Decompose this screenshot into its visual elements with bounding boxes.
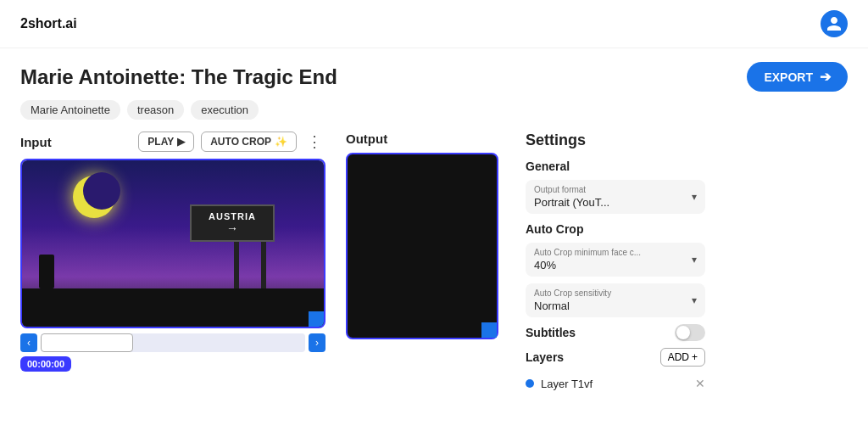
- subtitles-row: Subtitles: [526, 324, 705, 341]
- blue-corner-box: [309, 311, 324, 327]
- sign-arrow-icon: →: [226, 221, 238, 235]
- sensitivity-select[interactable]: Auto Crop sensitivity Normal ▾: [526, 283, 705, 317]
- min-face-chevron-icon: ▾: [692, 254, 697, 266]
- sensitivity-chevron-icon: ▾: [692, 294, 697, 306]
- tag-marie-antoinette: Marie Antoinette: [20, 100, 120, 120]
- video-background: AUSTRIA →: [22, 160, 324, 327]
- input-section-label: Input: [20, 135, 52, 149]
- output-format-label: Output format: [534, 185, 697, 194]
- scrubber-right-button[interactable]: ›: [309, 333, 326, 352]
- sensitivity-value: Normal: [534, 299, 697, 312]
- ground-decoration: [22, 288, 324, 327]
- layer-item: Layer T1vf ✕: [526, 373, 705, 394]
- layer-dot-icon: [526, 379, 534, 388]
- sign-pole-right: [261, 238, 266, 288]
- scrubber-track[interactable]: [41, 333, 305, 352]
- input-panel: Input PLAY ▶ AUTO CROP ✨ ⋮: [20, 132, 326, 431]
- main-content: Marie Antoinette: The Tragic End EXPORT …: [0, 48, 868, 431]
- plus-icon: +: [692, 351, 698, 363]
- play-icon: ▶: [177, 136, 185, 148]
- tag-execution: execution: [191, 100, 259, 120]
- output-panel: Output: [346, 132, 498, 431]
- user-avatar-button[interactable]: [821, 10, 848, 37]
- input-video: AUSTRIA →: [20, 159, 326, 328]
- panels-row: Input PLAY ▶ AUTO CROP ✨ ⋮: [20, 132, 848, 431]
- app-bar: 2short.ai: [0, 0, 868, 48]
- settings-panel: Settings General Output format Portrait …: [519, 132, 705, 431]
- add-layer-button[interactable]: ADD +: [660, 348, 705, 367]
- sign-board: AUSTRIA →: [190, 204, 275, 242]
- export-arrow-icon: ➔: [820, 69, 831, 85]
- sensitivity-label: Auto Crop sensitivity: [534, 288, 697, 298]
- page-title: Marie Antoinette: The Tragic End: [20, 65, 337, 89]
- layers-section-title: Layers: [526, 350, 564, 364]
- title-row: Marie Antoinette: The Tragic End EXPORT …: [20, 62, 848, 92]
- play-button[interactable]: PLAY ▶: [138, 132, 194, 152]
- layer-delete-button[interactable]: ✕: [695, 377, 705, 390]
- output-format-select[interactable]: Output format Portrait (YouT... ▾: [526, 180, 705, 214]
- tags-row: Marie Antoinette treason execution: [20, 100, 848, 120]
- subtitles-section-title: Subtitles: [526, 326, 576, 339]
- tag-treason: treason: [127, 100, 184, 120]
- sign-pole-left: [234, 238, 239, 288]
- more-options-button[interactable]: ⋮: [303, 132, 326, 151]
- output-panel-header: Output: [346, 132, 498, 146]
- min-face-label: Auto Crop minimum face c...: [534, 248, 697, 257]
- layers-row: Layers ADD +: [526, 348, 705, 367]
- input-controls: PLAY ▶ AUTO CROP ✨ ⋮: [138, 132, 326, 152]
- figure-decoration: [39, 255, 54, 288]
- sparkle-icon: ✨: [275, 136, 287, 148]
- auto-crop-section-title: Auto Crop: [526, 222, 705, 236]
- output-section-label: Output: [346, 132, 387, 146]
- toggle-knob: [676, 326, 690, 339]
- settings-title: Settings: [526, 132, 705, 149]
- sign-text: AUSTRIA: [209, 211, 256, 221]
- output-format-chevron-icon: ▾: [692, 191, 697, 203]
- layer-name: Layer T1vf: [541, 378, 593, 390]
- scrubber-left-button[interactable]: ‹: [20, 333, 37, 352]
- scrubber-fill: [41, 333, 133, 352]
- logo: 2short.ai: [20, 16, 77, 31]
- min-face-value: 40%: [534, 259, 697, 271]
- subtitles-toggle[interactable]: [675, 324, 705, 341]
- output-video: [346, 153, 498, 339]
- moon-shadow: [83, 172, 120, 210]
- export-button[interactable]: EXPORT ➔: [747, 62, 848, 92]
- min-face-select[interactable]: Auto Crop minimum face c... 40% ▾: [526, 243, 705, 277]
- output-format-value: Portrait (YouT...: [534, 196, 697, 209]
- output-blue-corner: [481, 322, 497, 338]
- scrubber-row: ‹ ›: [20, 333, 326, 352]
- auto-crop-button[interactable]: AUTO CROP ✨: [201, 132, 297, 152]
- timestamp-display: 00:00:00: [20, 356, 71, 372]
- input-panel-header: Input PLAY ▶ AUTO CROP ✨ ⋮: [20, 132, 326, 152]
- general-section-title: General: [526, 160, 705, 173]
